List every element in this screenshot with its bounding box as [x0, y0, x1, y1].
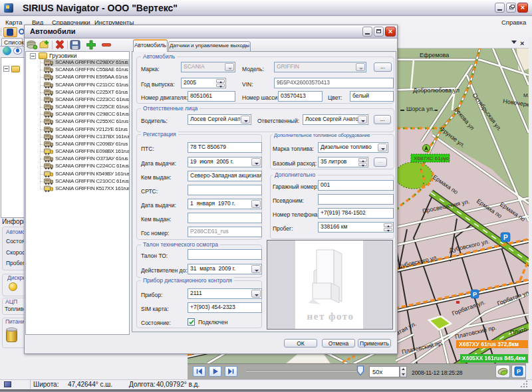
svg-text:Добролюбова ул: Добролюбова ул	[413, 87, 460, 94]
svg-text:P: P	[517, 368, 521, 375]
svg-text:P: P	[473, 291, 477, 298]
svg-text:Х687ХУ 61rus 372,8км: Х687ХУ 61rus 372,8км	[459, 341, 519, 347]
svg-text:Ефремова: Ефремова	[420, 52, 449, 58]
svg-text:Х687ХС 61рус: Х687ХС 61рус	[414, 155, 449, 161]
svg-text:Шорса ул.: Шорса ул.	[406, 106, 434, 112]
svg-text:М.: М.	[523, 92, 529, 98]
svg-text:Х605ХХ 161rus 845,4км: Х605ХХ 161rus 845,4км	[462, 355, 525, 361]
svg-text:P: P	[503, 234, 508, 241]
